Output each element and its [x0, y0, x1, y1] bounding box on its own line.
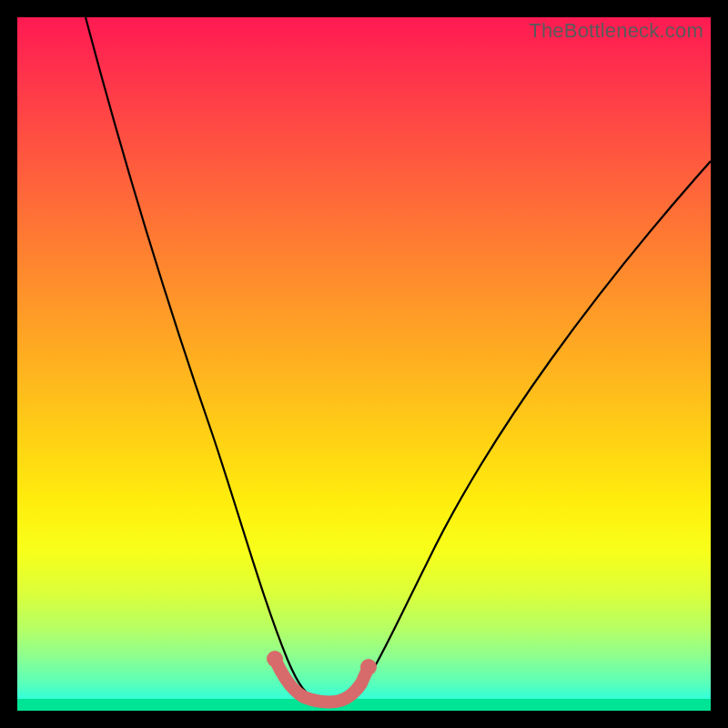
- plot-area: TheBottleneck.com: [17, 17, 711, 711]
- bottleneck-curve-path: [86, 17, 711, 701]
- highlight-endpoint-left: [267, 651, 283, 667]
- highlight-endpoint-right: [360, 659, 377, 675]
- curve-layer: [17, 17, 711, 711]
- highlight-segment-stroke: [275, 659, 369, 702]
- outer-frame: TheBottleneck.com: [0, 0, 728, 728]
- watermark-text: TheBottleneck.com: [529, 19, 703, 43]
